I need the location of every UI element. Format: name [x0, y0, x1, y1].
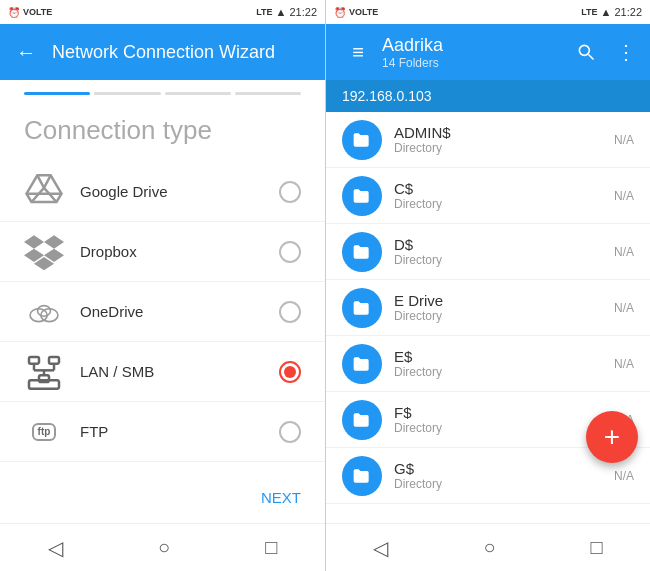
folder-type: Directory [394, 141, 614, 155]
folder-info: E$ Directory [394, 348, 614, 379]
dropbox-label: Dropbox [80, 243, 279, 260]
ftp-label: FTP [80, 423, 279, 440]
alarm-icon: ⏰ [8, 7, 20, 18]
right-home-nav[interactable]: ○ [483, 536, 495, 559]
search-button[interactable] [570, 36, 602, 68]
folder-info: E Drive Directory [394, 292, 614, 323]
svg-rect-3 [29, 357, 39, 364]
right-panel: ⏰ VOLTE LTE ▲ 21:22 ≡ Aadrika 14 Folders… [325, 0, 650, 571]
left-back-nav[interactable]: ◁ [48, 536, 63, 560]
folder-type: Directory [394, 253, 614, 267]
volte-label: VOLTE [23, 7, 52, 17]
folder-size: N/A [614, 133, 634, 147]
list-item[interactable]: C$ Directory N/A [326, 168, 650, 224]
ip-address: 192.168.0.103 [342, 88, 432, 104]
folder-name: E Drive [394, 292, 614, 309]
folder-name: ADMIN$ [394, 124, 614, 141]
folder-info: D$ Directory [394, 236, 614, 267]
list-item[interactable]: E Drive Directory N/A [326, 280, 650, 336]
right-toolbar: ≡ Aadrika 14 Folders ⋮ [326, 24, 650, 80]
lan-radio[interactable] [279, 361, 301, 383]
folder-icon [342, 288, 382, 328]
more-options-button[interactable]: ⋮ [610, 36, 642, 68]
progress-bar [0, 80, 325, 95]
folder-type: Directory [394, 421, 614, 435]
folder-list: ADMIN$ Directory N/A C$ Directory N/A D$… [326, 112, 650, 523]
section-title: Connection type [0, 95, 325, 162]
folder-type: Directory [394, 197, 614, 211]
svg-line-12 [589, 55, 594, 60]
right-time: 21:22 [614, 6, 642, 18]
folder-info: C$ Directory [394, 180, 614, 211]
folder-size: N/A [614, 301, 634, 315]
connection-item-google-drive[interactable]: Google Drive [0, 162, 325, 222]
left-status-icons-left: ⏰ VOLTE [8, 7, 52, 18]
right-back-nav[interactable]: ◁ [373, 536, 388, 560]
folder-size: N/A [614, 245, 634, 259]
folder-name: G$ [394, 460, 614, 477]
onedrive-radio[interactable] [279, 301, 301, 323]
dropbox-icon [24, 232, 64, 272]
connection-item-onedrive[interactable]: OneDrive [0, 282, 325, 342]
folder-type: Directory [394, 309, 614, 323]
left-status-bar: ⏰ VOLTE LTE ▲ 21:22 [0, 0, 325, 24]
left-status-icons-right: LTE ▲ 21:22 [256, 6, 317, 18]
folder-icon [342, 400, 382, 440]
lan-radio-inner [284, 366, 296, 378]
list-item[interactable]: D$ Directory N/A [326, 224, 650, 280]
folder-icon [342, 344, 382, 384]
right-status-bar: ⏰ VOLTE LTE ▲ 21:22 [326, 0, 650, 24]
right-status-icons-left: ⏰ VOLTE [334, 7, 378, 18]
folder-size: N/A [614, 189, 634, 203]
ip-address-bar: 192.168.0.103 [326, 80, 650, 112]
folder-icon [342, 232, 382, 272]
folder-info: ADMIN$ Directory [394, 124, 614, 155]
toolbar-info: Aadrika 14 Folders [382, 35, 562, 70]
folder-icon [342, 176, 382, 216]
right-recents-nav[interactable]: □ [590, 536, 602, 559]
folder-icon [342, 120, 382, 160]
lan-label: LAN / SMB [80, 363, 279, 380]
onedrive-label: OneDrive [80, 303, 279, 320]
next-button[interactable]: Next [261, 489, 301, 506]
folder-type: Directory [394, 365, 614, 379]
folder-name: C$ [394, 180, 614, 197]
left-home-nav[interactable]: ○ [158, 536, 170, 559]
google-drive-radio[interactable] [279, 181, 301, 203]
right-nav-bar: ◁ ○ □ [326, 523, 650, 571]
ftp-radio[interactable] [279, 421, 301, 443]
folder-name: D$ [394, 236, 614, 253]
aadrika-title: Aadrika [382, 35, 562, 56]
sftp-icon: sftp [24, 472, 64, 482]
signal-icon: ▲ [276, 6, 287, 18]
wizard-title: Network Connection Wizard [52, 42, 309, 63]
next-btn-area: Next [0, 481, 325, 523]
dropbox-radio[interactable] [279, 241, 301, 263]
lte-icon: LTE [256, 7, 272, 17]
google-drive-label: Google Drive [80, 183, 279, 200]
list-item[interactable]: E$ Directory N/A [326, 336, 650, 392]
connection-item-lan-smb[interactable]: LAN / SMB [0, 342, 325, 402]
onedrive-icon [24, 292, 64, 332]
back-button[interactable]: ← [16, 41, 36, 64]
folder-icon [342, 456, 382, 496]
list-item[interactable]: ADMIN$ Directory N/A [326, 112, 650, 168]
left-time: 21:22 [289, 6, 317, 18]
folder-info: F$ Directory [394, 404, 614, 435]
folder-size: N/A [614, 357, 634, 371]
connection-item-sftp[interactable]: sftp SFTP [0, 462, 325, 481]
right-lte-icon: LTE [581, 7, 597, 17]
connection-item-dropbox[interactable]: Dropbox [0, 222, 325, 282]
connection-item-ftp[interactable]: ftp FTP [0, 402, 325, 462]
menu-button[interactable]: ≡ [342, 41, 374, 64]
folder-size: N/A [614, 469, 634, 483]
right-status-icons-right: LTE ▲ 21:22 [581, 6, 642, 18]
left-recents-nav[interactable]: □ [265, 536, 277, 559]
folder-info: G$ Directory [394, 460, 614, 491]
add-fab-button[interactable]: + [586, 411, 638, 463]
right-signal-icon: ▲ [601, 6, 612, 18]
connection-list: Google Drive Dropbox [0, 162, 325, 481]
folder-type: Directory [394, 477, 614, 491]
left-toolbar: ← Network Connection Wizard [0, 24, 325, 80]
folders-count: 14 Folders [382, 56, 562, 70]
